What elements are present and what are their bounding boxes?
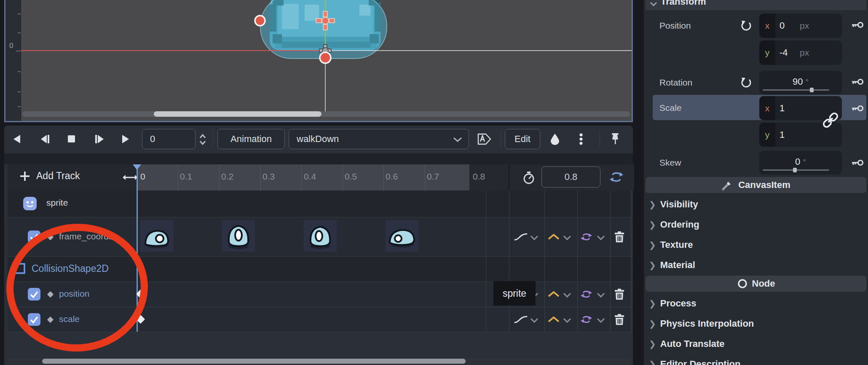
position-y-field[interactable]: y -4 px <box>759 40 842 65</box>
section-auto-translate[interactable]: ❯ Auto Translate <box>644 334 868 354</box>
scale-x-value: 1 <box>780 103 785 114</box>
edit-button[interactable]: Edit <box>505 129 540 149</box>
rotation-slider-handle[interactable] <box>810 88 814 92</box>
timeline-zoom-icon[interactable] <box>123 174 138 181</box>
section-process[interactable]: ❯ Process <box>644 294 868 313</box>
shape-handle-bottom[interactable] <box>320 52 331 63</box>
stop-button[interactable] <box>66 134 77 145</box>
autoplay-on-load-icon[interactable] <box>475 132 492 146</box>
skew-slider-handle[interactable] <box>793 168 797 172</box>
delete-track-icon[interactable] <box>614 314 625 325</box>
more-options-icon[interactable] <box>579 133 583 145</box>
track-group-sprite[interactable] <box>8 191 631 217</box>
play-button[interactable] <box>120 134 131 145</box>
vertical-ruler: 0 <box>5 0 21 121</box>
link-scale-icon[interactable] <box>821 110 840 130</box>
section-visibility[interactable]: ❯ Visibility <box>644 195 868 214</box>
animation-panel: 0 Animation walkDown Edit <box>4 126 633 365</box>
animation-length-spinbox[interactable]: 0.8 <box>541 166 600 188</box>
delete-track-icon[interactable] <box>614 231 625 243</box>
keyframe-thumb-1[interactable] <box>222 220 255 252</box>
position-x-field[interactable]: x 0 px <box>759 13 842 38</box>
key-icon[interactable] <box>851 78 864 86</box>
position-y-value: -4 <box>780 47 788 58</box>
revert-icon[interactable] <box>740 19 753 32</box>
panel-gap <box>4 153 633 164</box>
track-property-frame-coords[interactable]: frame_coords <box>59 231 113 242</box>
current-time-spinbox[interactable]: 0 <box>142 129 196 149</box>
tooltip-sprite: sprite <box>493 281 536 306</box>
canvasitem-category-bar[interactable]: CanvasItem <box>646 177 866 193</box>
viewport-hscroll-track[interactable] <box>22 111 630 117</box>
keyframe-thumb-0[interactable] <box>140 220 173 252</box>
animation-range-end <box>486 191 486 332</box>
play-from-start-button[interactable] <box>94 134 105 145</box>
loop-animation-icon[interactable] <box>609 171 624 183</box>
chevron-right-icon: ❯ <box>649 240 656 250</box>
loop-wrap-icon[interactable] <box>580 232 593 242</box>
interpolation-mode-icon[interactable] <box>547 291 560 298</box>
chevron-down-icon[interactable] <box>563 235 571 240</box>
loop-wrap-icon[interactable] <box>580 289 593 299</box>
play-backwards-from-current-button[interactable] <box>40 134 51 145</box>
track-enabled-checkbox-frame-coords[interactable] <box>28 231 40 243</box>
node-category-bar[interactable]: Node <box>646 276 866 292</box>
chevron-down-icon[interactable] <box>597 293 605 298</box>
playhead[interactable] <box>137 164 138 332</box>
section-texture[interactable]: ❯ Texture <box>644 235 868 255</box>
keyframe-thumb-3[interactable] <box>386 220 418 252</box>
track-node-collisionshape2d[interactable]: CollisionShape2D <box>32 263 109 274</box>
y-axis-badge: y <box>759 40 775 65</box>
section-editor-description[interactable]: ❯ Editor Description <box>644 354 868 365</box>
play-backwards-button[interactable] <box>12 134 23 145</box>
track-property-position[interactable]: position <box>59 289 89 299</box>
skew-field[interactable]: 0° <box>759 151 842 174</box>
update-mode-icon[interactable] <box>513 232 528 242</box>
section-physics-interpolation[interactable]: ❯ Physics Interpolation <box>644 314 868 333</box>
2d-viewport[interactable]: 0 <box>4 0 633 122</box>
keyframe-thumb-2[interactable] <box>304 220 337 252</box>
shape-handle-left[interactable] <box>255 16 265 26</box>
viewport-hscroll-grabber[interactable] <box>154 111 321 117</box>
interpolation-mode-icon[interactable] <box>547 233 560 240</box>
chevron-right-icon: ❯ <box>649 199 656 209</box>
section-material[interactable]: ❯ Material <box>644 255 868 275</box>
tick-01: 0.1 <box>180 172 192 182</box>
track-property-scale[interactable]: scale <box>59 314 80 324</box>
animation-select-dropdown[interactable]: walkDown <box>289 129 469 149</box>
viewport-scene <box>21 0 632 121</box>
timeline-hscroll-grabber[interactable] <box>42 359 466 364</box>
time-spinner-arrows[interactable] <box>199 133 206 146</box>
transform-section-header[interactable]: Transform <box>646 0 866 10</box>
chevron-down-icon[interactable] <box>563 293 571 298</box>
key-icon[interactable] <box>851 105 864 112</box>
loop-wrap-icon[interactable] <box>580 314 593 325</box>
rotation-slider[interactable] <box>763 89 829 91</box>
skew-value: 0 <box>795 156 800 167</box>
chevron-down-icon[interactable] <box>530 318 538 323</box>
rotation-field[interactable]: 90° <box>759 71 842 94</box>
track-node-sprite[interactable]: sprite <box>46 198 68 208</box>
update-mode-icon[interactable] <box>513 314 528 325</box>
key-icon[interactable] <box>851 21 864 29</box>
chevron-down-icon[interactable] <box>530 235 538 240</box>
selected-animation: walkDown <box>297 134 339 145</box>
chevron-down-icon[interactable] <box>597 318 605 323</box>
chevron-down-icon[interactable] <box>563 318 571 323</box>
section-ordering[interactable]: ❯ Ordering <box>644 215 868 234</box>
track-enabled-checkbox-position[interactable] <box>28 288 40 301</box>
track-enabled-checkbox-scale[interactable] <box>28 313 40 326</box>
sprite2d-icon <box>23 196 37 211</box>
y-axis-badge: y <box>759 123 775 147</box>
key-icon[interactable] <box>851 159 864 166</box>
delete-track-icon[interactable] <box>614 288 625 300</box>
revert-icon[interactable] <box>740 76 753 89</box>
playhead-handle[interactable] <box>133 164 141 170</box>
chevron-down-icon[interactable] <box>597 235 605 240</box>
pin-panel-icon[interactable] <box>610 132 620 146</box>
animation-menu-button[interactable]: Animation <box>217 129 285 149</box>
interpolation-mode-icon[interactable] <box>547 316 560 323</box>
add-track-button[interactable]: Add Track <box>19 170 80 182</box>
onion-skinning-icon[interactable] <box>549 133 561 145</box>
chevron-down-icon <box>453 137 463 142</box>
